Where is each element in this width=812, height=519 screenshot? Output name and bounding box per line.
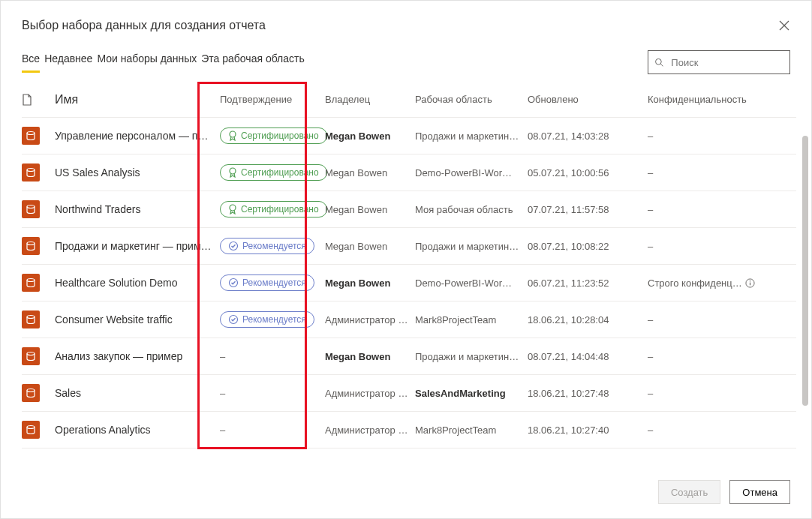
dataset-picker-dialog: Выбор набора данных для создания отчета …	[0, 0, 812, 519]
row-icon-cell	[22, 164, 55, 182]
sensitivity-label: Строго конфиденц…	[648, 278, 742, 289]
sensitivity-label: –	[648, 314, 653, 326]
tab-all[interactable]: Все	[22, 52, 40, 73]
no-endorsement: –	[220, 388, 225, 399]
row-owner: Администратор MOD	[325, 424, 415, 436]
row-owner: Megan Bowen	[325, 241, 415, 252]
tab-my-datasets[interactable]: Мои наборы данных	[97, 52, 197, 73]
row-icon-cell	[22, 237, 55, 255]
sensitivity-label: –	[648, 241, 653, 252]
sensitivity-label: –	[648, 167, 653, 178]
table-row[interactable]: Анализ закупок — пример–Megan BowenПрода…	[22, 338, 796, 375]
checkmark-circle-icon	[228, 241, 239, 251]
badge-label: Сертифицировано	[241, 167, 319, 178]
svg-point-5	[230, 131, 236, 137]
dataset-icon	[22, 200, 40, 218]
row-name: Northwind Traders	[55, 203, 220, 215]
table-row[interactable]: Продажи и маркетинг — пример…Рекомендует…	[22, 228, 796, 265]
row-icon-cell	[22, 200, 55, 218]
ribbon-icon	[228, 130, 237, 141]
row-sensitivity: –	[648, 424, 768, 436]
row-name: Healthcare Solution Demo	[55, 277, 220, 289]
cancel-button[interactable]: Отмена	[729, 480, 790, 504]
dataset-icon	[22, 384, 40, 402]
checkmark-circle-icon	[228, 314, 239, 325]
column-header-icon[interactable]	[22, 94, 55, 106]
ribbon-icon	[228, 167, 237, 178]
column-header-name[interactable]: Имя	[55, 93, 220, 106]
svg-point-17	[27, 316, 35, 319]
svg-point-2	[656, 58, 662, 64]
badge-label: Рекомендуется	[242, 314, 306, 325]
sensitivity-label: –	[648, 388, 653, 399]
row-endorsement: –	[220, 424, 325, 436]
row-icon-cell	[22, 421, 55, 439]
certified-badge: Сертифицировано	[220, 128, 327, 144]
tabs-row: Все Недавнее Мои наборы данных Эта рабоч…	[1, 38, 811, 74]
row-workspace: Mark8ProjectTeam	[415, 424, 528, 436]
row-icon-cell	[22, 347, 55, 365]
row-endorsement: –	[220, 388, 325, 399]
row-sensitivity: –	[648, 204, 768, 215]
column-header-sensitivity[interactable]: Конфиденциальность	[648, 94, 768, 105]
row-name: Анализ закупок — пример	[55, 350, 220, 362]
dataset-icon	[22, 421, 40, 439]
sensitivity-label: –	[648, 204, 653, 215]
tab-recent[interactable]: Недавнее	[44, 52, 92, 73]
svg-point-8	[27, 206, 35, 208]
table-header: Имя Подтверждение Владелец Рабочая облас…	[22, 82, 796, 118]
table-row[interactable]: Sales–Администратор MOSalesAndMarketing1…	[22, 375, 796, 412]
row-updated: 18.06.21, 10:27:40	[528, 424, 648, 436]
badge-label: Сертифицировано	[241, 204, 319, 214]
row-name: Управление персоналом — пример	[55, 130, 220, 142]
svg-point-16	[750, 280, 750, 280]
row-workspace: Продажи и маркетинг …	[415, 351, 528, 362]
table-row[interactable]: Consumer Website trafficРекомендуетсяАдм…	[22, 302, 796, 338]
svg-point-9	[230, 205, 236, 211]
row-name: Consumer Website traffic	[55, 314, 220, 326]
row-endorsement: Сертифицировано	[220, 201, 325, 218]
column-header-endorsement[interactable]: Подтверждение	[220, 94, 325, 105]
tabs: Все Недавнее Мои наборы данных Эта рабоч…	[22, 52, 309, 73]
search-input[interactable]	[669, 56, 783, 69]
table-row[interactable]: US Sales AnalysisСертифицированоMegan Bo…	[22, 154, 796, 191]
table-row[interactable]: Operations Analytics–Администратор MODMa…	[22, 412, 796, 448]
svg-point-6	[27, 169, 35, 172]
column-header-workspace[interactable]: Рабочая область	[415, 94, 528, 105]
scrollbar[interactable]	[802, 136, 808, 451]
promoted-badge: Рекомендуется	[220, 238, 314, 254]
row-endorsement: Сертифицировано	[220, 164, 325, 181]
create-button[interactable]: Создать	[658, 480, 720, 504]
table: Имя Подтверждение Владелец Рабочая облас…	[1, 82, 811, 466]
row-icon-cell	[22, 127, 55, 145]
table-row[interactable]: Healthcare Solution DemoРекомендуетсяMeg…	[22, 265, 796, 302]
table-body: Управление персоналом — примерСертифицир…	[22, 118, 796, 448]
row-icon-cell	[22, 274, 55, 292]
dataset-icon	[22, 237, 40, 255]
table-row[interactable]: Управление персоналом — примерСертифицир…	[22, 118, 796, 154]
close-button[interactable]	[778, 20, 790, 32]
certified-badge: Сертифицировано	[220, 201, 327, 218]
info-icon[interactable]	[745, 278, 755, 288]
row-sensitivity: –	[648, 351, 768, 362]
search-box[interactable]	[648, 50, 790, 74]
dialog-title: Выбор набора данных для создания отчета	[22, 19, 266, 32]
row-icon-cell	[22, 384, 55, 402]
column-header-updated[interactable]: Обновлено	[528, 94, 648, 105]
row-name: Продажи и маркетинг — пример…	[55, 240, 220, 252]
column-header-owner[interactable]: Владелец	[325, 94, 415, 105]
table-row[interactable]: Northwind TradersСертифицированоMegan Bo…	[22, 191, 796, 228]
row-updated: 08.07.21, 10:08:22	[528, 241, 648, 252]
row-workspace: Продажи и маркетинг …	[415, 241, 528, 252]
dataset-icon	[22, 274, 40, 292]
row-endorsement: Рекомендуется	[220, 274, 325, 291]
svg-point-21	[27, 426, 35, 429]
scrollbar-thumb[interactable]	[802, 136, 808, 406]
search-icon	[654, 57, 663, 68]
tab-this-workspace[interactable]: Эта рабочая область	[201, 52, 304, 73]
dataset-icon	[22, 310, 40, 328]
row-updated: 05.07.21, 10:00:56	[528, 167, 648, 178]
row-endorsement: Рекомендуется	[220, 311, 325, 328]
row-owner: Megan Bowen	[325, 167, 415, 178]
svg-point-19	[27, 352, 35, 356]
